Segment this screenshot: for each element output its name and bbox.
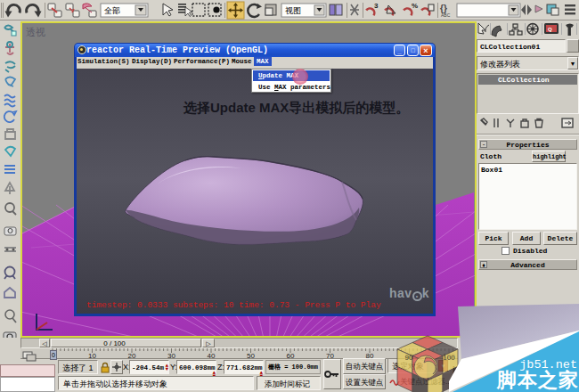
- svg-text:50: 50: [247, 352, 255, 360]
- svg-text:40: 40: [208, 352, 216, 360]
- svg-text:30: 30: [167, 352, 175, 360]
- svg-text:ABC: ABC: [441, 12, 451, 18]
- svg-text:全部: 全部: [104, 6, 120, 15]
- svg-text:3: 3: [374, 2, 379, 10]
- svg-text:60: 60: [287, 352, 295, 360]
- svg-text:20: 20: [128, 352, 136, 360]
- svg-text:%: %: [412, 2, 418, 10]
- svg-text:Q: Q: [548, 27, 552, 32]
- svg-text:视图: 视图: [285, 6, 301, 15]
- svg-text:10: 10: [88, 352, 96, 360]
